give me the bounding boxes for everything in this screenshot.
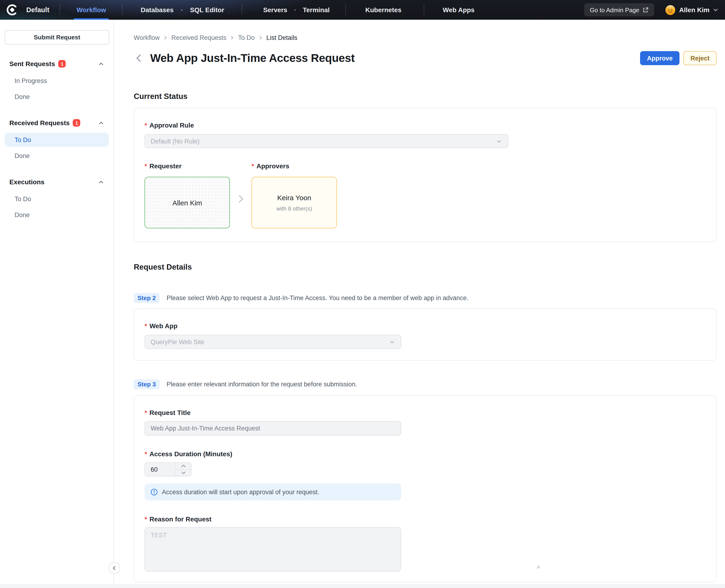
go-to-admin-page-button[interactable]: Go to Admin Page xyxy=(584,3,654,16)
breadcrumb-workflow[interactable]: Workflow xyxy=(134,34,160,41)
required-marker: * xyxy=(144,409,147,416)
bottom-scrollbar-track[interactable] xyxy=(0,584,725,588)
user-avatar[interactable] xyxy=(666,5,676,15)
nav-item-servers[interactable]: Servers xyxy=(263,0,287,20)
sidebar-collapse-button[interactable] xyxy=(108,562,120,574)
sidebar-section-sent-requests: Sent Requests 1 In Progress Done xyxy=(5,59,109,104)
chevron-right-icon xyxy=(230,35,235,40)
reason-textarea[interactable] xyxy=(144,527,401,572)
request-title-input[interactable] xyxy=(144,421,401,436)
step3-badge: Step 3 xyxy=(134,379,160,389)
exclamation-circle-icon xyxy=(150,488,158,496)
back-button[interactable] xyxy=(134,53,144,63)
approval-rule-select[interactable]: Default (No Rule) xyxy=(144,134,508,148)
access-duration-stepper xyxy=(144,462,192,477)
approve-button[interactable]: Approve xyxy=(640,51,680,65)
count-badge: 1 xyxy=(58,60,66,67)
section-label: Received Requests xyxy=(9,119,70,127)
sidebar-section-header[interactable]: Received Requests 1 xyxy=(5,118,109,128)
required-marker: * xyxy=(144,450,147,458)
nav-divider xyxy=(60,5,60,15)
nav-divider xyxy=(122,5,122,15)
chevron-up-icon[interactable] xyxy=(98,61,104,67)
current-status-heading: Current Status xyxy=(134,92,717,101)
sidebar-item-sent-done[interactable]: Done xyxy=(5,89,109,104)
approval-rule-label: * Approval Rule xyxy=(144,122,706,129)
sidebar-item-received-done[interactable]: Done xyxy=(5,149,109,163)
sidebar-section-received-requests: Received Requests 1 To Do Done xyxy=(5,118,109,163)
nav-dot-separator xyxy=(181,9,183,10)
chevron-left-icon xyxy=(112,566,117,571)
request-details-heading: Request Details xyxy=(134,262,717,272)
chevron-right-icon xyxy=(163,35,168,40)
sidebar-section-executions: Executions To Do Done xyxy=(5,177,109,222)
breadcrumb-received-requests[interactable]: Received Requests xyxy=(172,34,226,41)
web-app-label: * Web App xyxy=(144,322,706,330)
nav-divider xyxy=(423,5,424,15)
required-marker: * xyxy=(144,162,147,170)
count-badge: 1 xyxy=(73,119,80,127)
nav-item-web-apps[interactable]: Web Apps xyxy=(443,0,475,20)
web-app-select[interactable]: QueryPie Web Site xyxy=(144,335,401,349)
sidebar-section-header[interactable]: Sent Requests 1 xyxy=(5,59,109,69)
required-marker: * xyxy=(144,322,147,330)
sidebar-item-sent-in-progress[interactable]: In Progress xyxy=(5,74,109,88)
sidebar-item-executions-to-do[interactable]: To Do xyxy=(5,192,109,206)
step2-row: Step 2 Please select Web App to request … xyxy=(134,293,717,303)
chevron-up-icon[interactable] xyxy=(98,120,104,126)
app-root: Default Workflow Databases SQL Editor Se… xyxy=(0,0,725,588)
step3-row: Step 3 Please enter relevant information… xyxy=(134,379,717,389)
web-app-value: QueryPie Web Site xyxy=(150,338,204,345)
duration-info-alert: Access duration will start upon approval… xyxy=(144,483,401,500)
requester-label: * Requester xyxy=(144,162,230,170)
nav-divider xyxy=(242,5,242,15)
nav-divider xyxy=(345,5,346,15)
chevron-right-icon xyxy=(258,35,263,40)
required-marker: * xyxy=(251,162,254,170)
title-row: Web App Just-In-Time Access Request Appr… xyxy=(134,51,717,65)
page-title: Web App Just-In-Time Access Request xyxy=(150,51,355,65)
sidebar-item-executions-done[interactable]: Done xyxy=(5,208,109,222)
external-link-icon xyxy=(643,7,649,13)
approval-flow: * Requester Allen Kim * Approvers xyxy=(144,162,706,228)
decrement-button[interactable] xyxy=(176,469,191,476)
title-actions: Approve Reject xyxy=(640,51,717,65)
nav-item-databases[interactable]: Databases xyxy=(141,0,174,20)
breadcrumb-list-details: List Details xyxy=(266,34,297,41)
web-app-card: * Web App QueryPie Web Site xyxy=(134,309,717,361)
submit-request-button[interactable]: Submit Request xyxy=(5,30,109,45)
chevron-down-icon[interactable] xyxy=(713,7,719,13)
nav-item-sql-editor[interactable]: SQL Editor xyxy=(190,0,224,20)
required-marker: * xyxy=(144,515,147,523)
chevron-up-icon[interactable] xyxy=(98,179,104,185)
requester-card[interactable]: Allen Kim xyxy=(144,177,230,228)
section-label: Sent Requests xyxy=(9,60,55,67)
reject-button[interactable]: Reject xyxy=(683,51,717,65)
approvers-label: * Approvers xyxy=(251,162,337,170)
section-label: Executions xyxy=(9,178,44,186)
duration-info-text: Access duration will start upon approval… xyxy=(162,488,319,496)
approver-others: with 8 other(s) xyxy=(276,205,312,212)
user-name[interactable]: Allen Kim xyxy=(679,6,709,14)
chevron-down-icon xyxy=(389,339,395,345)
workspace-name[interactable]: Default xyxy=(26,6,49,14)
breadcrumb-to-do[interactable]: To Do xyxy=(238,34,255,41)
increment-button[interactable] xyxy=(176,463,191,469)
access-duration-label: * Access Duration (Minutes) xyxy=(144,450,706,458)
nav-item-terminal[interactable]: Terminal xyxy=(303,0,330,20)
step2-description: Please select Web App to request a Just-… xyxy=(166,294,468,301)
resize-grip-icon[interactable] xyxy=(536,564,540,569)
request-form-card: * Request Title * Access Duration (Minut… xyxy=(134,395,717,582)
requester-column: * Requester Allen Kim xyxy=(144,162,230,228)
querypie-logo-icon[interactable] xyxy=(6,4,18,16)
sidebar-item-received-to-do[interactable]: To Do xyxy=(5,133,109,147)
sidebar-section-header[interactable]: Executions xyxy=(5,177,109,187)
nav-item-kubernetes[interactable]: Kubernetes xyxy=(365,0,401,20)
stepper-controls xyxy=(175,463,191,476)
access-duration-input[interactable] xyxy=(145,463,175,476)
nav-right: Go to Admin Page Allen Kim xyxy=(584,0,725,20)
current-status-card: * Approval Rule Default (No Rule) * Requ… xyxy=(134,108,717,242)
approvers-card[interactable]: Keira Yoon with 8 other(s) xyxy=(251,177,337,228)
nav-item-workflow[interactable]: Workflow xyxy=(77,0,106,20)
main-content: Workflow Received Requests To Do List De… xyxy=(115,20,725,584)
